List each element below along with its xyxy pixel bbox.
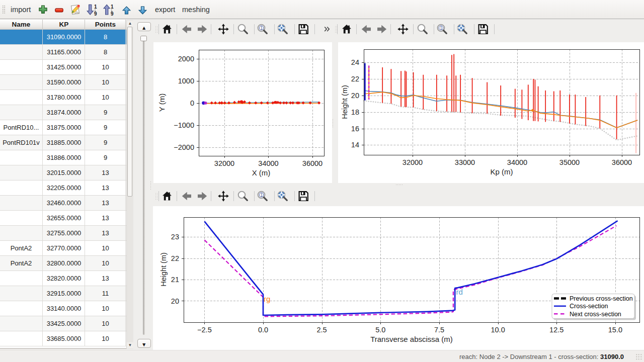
svg-text:7.5: 7.5: [434, 326, 444, 334]
svg-text:22: 22: [351, 75, 359, 83]
svg-text:12.5: 12.5: [549, 326, 564, 334]
svg-text:24: 24: [351, 58, 359, 66]
svg-text:0: 0: [190, 99, 194, 107]
svg-text:Height (m): Height (m): [341, 85, 349, 119]
svg-text:34000: 34000: [507, 158, 527, 166]
svg-text:14: 14: [351, 141, 359, 149]
svg-text:rg: rg: [264, 295, 270, 303]
svg-text:36000: 36000: [302, 159, 323, 167]
svg-text:33000: 33000: [455, 158, 475, 166]
svg-text:16: 16: [351, 125, 359, 133]
svg-text:Height (m): Height (m): [159, 252, 168, 287]
svg-text:−2000: −2000: [174, 143, 194, 151]
svg-text:9: 9: [94, 11, 97, 16]
svg-text:5.0: 5.0: [375, 326, 385, 334]
svg-text:18: 18: [351, 108, 359, 116]
svg-text:32000: 32000: [214, 159, 234, 167]
svg-text:22: 22: [171, 254, 179, 262]
svg-text:2000: 2000: [178, 55, 194, 63]
svg-text:−2.5: −2.5: [197, 326, 212, 334]
svg-text:1000: 1000: [178, 77, 194, 85]
svg-text:20: 20: [351, 92, 359, 100]
svg-text:15.0: 15.0: [608, 326, 622, 334]
svg-text:32000: 32000: [403, 158, 423, 166]
svg-text:0.0: 0.0: [258, 326, 268, 334]
svg-text:−1000: −1000: [174, 121, 194, 129]
svg-text:Next cross-section: Next cross-section: [570, 311, 621, 318]
svg-text:10.0: 10.0: [491, 326, 505, 334]
svg-text:1: 1: [111, 4, 114, 10]
svg-text:rd: rd: [456, 288, 463, 296]
svg-text:Previous cross-section: Previous cross-section: [570, 295, 633, 302]
svg-text:35000: 35000: [559, 158, 580, 166]
svg-text:9: 9: [111, 11, 114, 16]
svg-text:21: 21: [171, 276, 179, 284]
svg-text:23: 23: [171, 233, 179, 241]
svg-text:X (m): X (m): [252, 168, 271, 177]
svg-text:Cross-section: Cross-section: [570, 303, 608, 310]
svg-text:36000: 36000: [612, 158, 632, 166]
svg-text:Y (m): Y (m): [157, 94, 166, 112]
svg-text:34000: 34000: [258, 159, 278, 167]
svg-text:Kp (m): Kp (m): [491, 167, 513, 176]
svg-text:1: 1: [94, 4, 97, 10]
svg-text:Transverse abscissa (m): Transverse abscissa (m): [370, 335, 453, 343]
svg-text:1: 1: [260, 193, 263, 198]
svg-text:2.5: 2.5: [317, 326, 327, 334]
svg-text:1: 1: [440, 26, 442, 31]
svg-text:1: 1: [260, 26, 263, 31]
svg-text:20: 20: [171, 297, 179, 305]
